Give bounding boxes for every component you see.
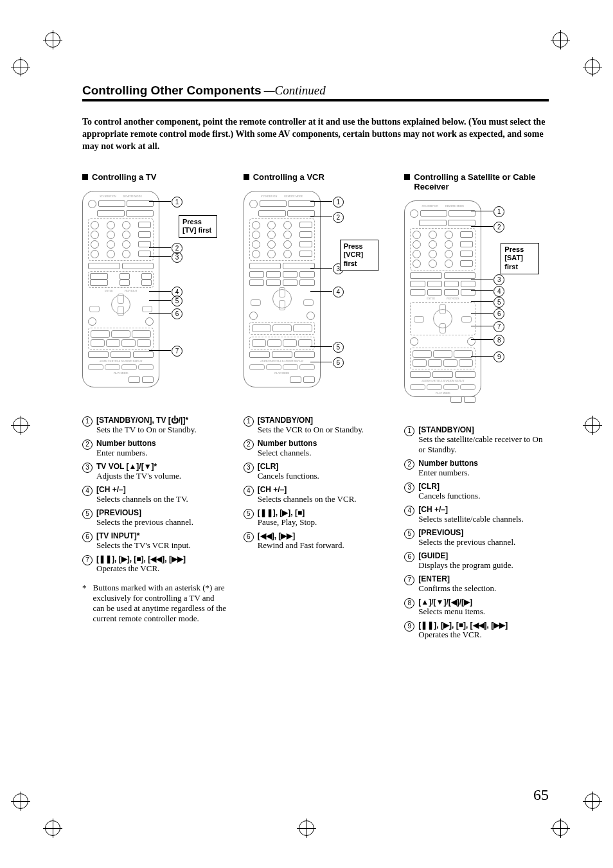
item-number: 9 xyxy=(404,621,414,632)
item-desc: Selects satellite/cable channels. xyxy=(418,514,549,524)
item-desc: Selects the previous channel. xyxy=(96,517,227,527)
item-number: 3 xyxy=(244,463,254,473)
list-item: 6[GUIDE]Displays the program guide. xyxy=(404,551,549,571)
callout-leader: 6 xyxy=(149,313,171,314)
item-body: [PREVIOUS]Selects the previous channel. xyxy=(418,528,549,547)
list-item: 6[◀◀], [▶▶]Rewind and Fast forward. xyxy=(244,531,388,551)
callout-leader: 2 xyxy=(471,226,493,227)
item-desc: Operates the VCR. xyxy=(418,630,549,640)
item-number: 1 xyxy=(82,416,93,427)
callout-leader: 3 xyxy=(471,279,493,279)
callout-number: 5 xyxy=(493,297,504,308)
callout-number: 1 xyxy=(493,206,504,217)
item-number: 5 xyxy=(82,509,93,519)
callout-leader: 2 xyxy=(310,217,332,217)
item-number: 6 xyxy=(404,552,414,562)
callout-leader: 7 xyxy=(471,326,493,326)
item-desc: Selects the previous channel. xyxy=(418,537,549,547)
reg-mark-icon xyxy=(585,59,600,75)
callout-number: 4 xyxy=(493,286,504,297)
item-desc: Displays the program guide. xyxy=(418,560,549,571)
manual-page: Controlling Other Components —Continued … xyxy=(0,0,613,868)
list-item: 3TV VOL [▲]/[▼]*Adjusts the TV's volume. xyxy=(82,462,227,481)
subhead-sat: Controlling a Satellite or Cable Receive… xyxy=(404,172,549,191)
list-item: 5[PREVIOUS]Selects the previous channel. xyxy=(404,528,549,547)
item-desc: Selects menu items. xyxy=(418,607,549,617)
item-label: [CH +/–] xyxy=(418,505,549,514)
reg-mark-icon xyxy=(13,59,28,75)
callout-number: 6 xyxy=(493,308,504,319)
reg-mark-icon xyxy=(553,32,568,48)
reg-mark-icon xyxy=(13,793,28,809)
list-item: 2Number buttonsEnter numbers. xyxy=(82,439,227,458)
item-number: 7 xyxy=(82,555,93,565)
callout-number: 7 xyxy=(493,321,504,332)
item-number: 4 xyxy=(404,506,414,516)
item-label: Number buttons xyxy=(96,439,227,448)
item-body: [TV INPUT]*Selects the TV's VCR input. xyxy=(96,531,227,551)
item-number: 4 xyxy=(82,486,93,496)
remote-diagram-tv: STANDBY/ON REMOTE MODE EN xyxy=(82,191,217,403)
column-vcr: Controlling a VCR STANDBY/ON REMOTE MODE xyxy=(244,172,388,644)
item-label: [▲]/[▼]/[◀]/[▶] xyxy=(418,598,549,607)
remote-diagram-sat: STANDBY/ON REMOTE MODE ENTER PREVI xyxy=(404,200,539,412)
item-desc: Pause, Play, Stop. xyxy=(258,517,388,527)
subhead-vcr: Controlling a VCR xyxy=(244,172,388,182)
item-number: 6 xyxy=(244,532,254,542)
item-label: [GUIDE] xyxy=(418,551,549,560)
item-label: [CH +/–] xyxy=(96,485,227,494)
item-body: [STANDBY/ON]Sets the VCR to On or Standb… xyxy=(258,416,388,435)
item-desc: Cancels functions. xyxy=(258,471,388,481)
square-bullet-icon xyxy=(244,174,249,180)
list-item: 8[▲]/[▼]/[◀]/[▶]Selects menu items. xyxy=(404,598,549,617)
rule-thin xyxy=(82,102,549,102)
subhead-tv: Controlling a TV xyxy=(82,172,227,182)
reg-mark-icon xyxy=(45,32,60,48)
press-first-text: Press [TV] first xyxy=(182,218,211,235)
page-title: Controlling Other Components —Continued xyxy=(82,84,549,98)
callout-leader: 1 xyxy=(471,211,493,211)
item-label: Number buttons xyxy=(418,459,549,468)
item-number: 2 xyxy=(244,439,254,450)
square-bullet-icon xyxy=(404,174,410,180)
columns: Controlling a TV STANDBY/ON REMOTE MODE xyxy=(82,172,549,644)
remote-outline: STANDBY/ON REMOTE MODE EN xyxy=(82,191,159,387)
item-label: [◀◀], [▶▶] xyxy=(258,531,388,540)
reg-mark-icon xyxy=(585,793,600,809)
rule-thick xyxy=(82,99,549,101)
item-label: [STANDBY/ON] xyxy=(258,416,388,425)
press-first-text: Press [VCR] first xyxy=(344,242,364,268)
item-body: [CH +/–]Selects channels on the VCR. xyxy=(258,485,388,504)
item-desc: Sets the VCR to On or Standby. xyxy=(258,425,388,435)
callout-leader: 6 xyxy=(310,362,332,362)
item-desc: Enter numbers. xyxy=(418,468,549,478)
item-desc: Enter numbers. xyxy=(96,448,227,458)
list-item: 5[PREVIOUS]Selects the previous channel. xyxy=(82,508,227,527)
title-continued: —Continued xyxy=(264,84,326,98)
callout-number: 3 xyxy=(493,274,504,285)
callout-leader: 3 xyxy=(149,256,171,257)
item-desc: Operates the VCR. xyxy=(96,563,227,574)
callout-leader: 6 xyxy=(471,313,493,314)
item-desc: Rewind and Fast forward. xyxy=(258,540,388,551)
list-item: 3[CLR]Cancels functions. xyxy=(244,462,388,481)
item-label: [TV INPUT]* xyxy=(96,531,227,540)
item-label: [❚❚], [▶], [■], [◀◀], [▶▶] xyxy=(418,621,549,630)
press-first-box-vcr: Press [VCR] first xyxy=(340,240,378,271)
item-desc: Selects the TV's VCR input. xyxy=(96,540,227,551)
item-body: [❚❚], [▶], [■], [◀◀], [▶▶]Operates the V… xyxy=(96,554,227,574)
item-label: [❚❚], [▶], [■], [◀◀], [▶▶] xyxy=(96,554,227,563)
callout-number: 7 xyxy=(172,346,182,357)
item-body: [▲]/[▼]/[◀]/[▶]Selects menu items. xyxy=(418,598,549,617)
item-body: [CLR]Cancels functions. xyxy=(418,482,549,501)
callout-number: 5 xyxy=(172,296,182,306)
callout-leader: 2 xyxy=(149,247,171,248)
item-label: [PREVIOUS] xyxy=(96,508,227,517)
list-item: 3[CLR]Cancels functions. xyxy=(404,482,549,501)
intro-paragraph: To control another component, point the … xyxy=(82,116,549,153)
press-first-box-tv: Press [TV] first xyxy=(179,215,217,238)
item-number: 1 xyxy=(404,426,414,436)
item-label: [ENTER] xyxy=(418,574,549,583)
reg-mark-icon xyxy=(45,820,60,836)
item-number: 5 xyxy=(404,529,414,539)
